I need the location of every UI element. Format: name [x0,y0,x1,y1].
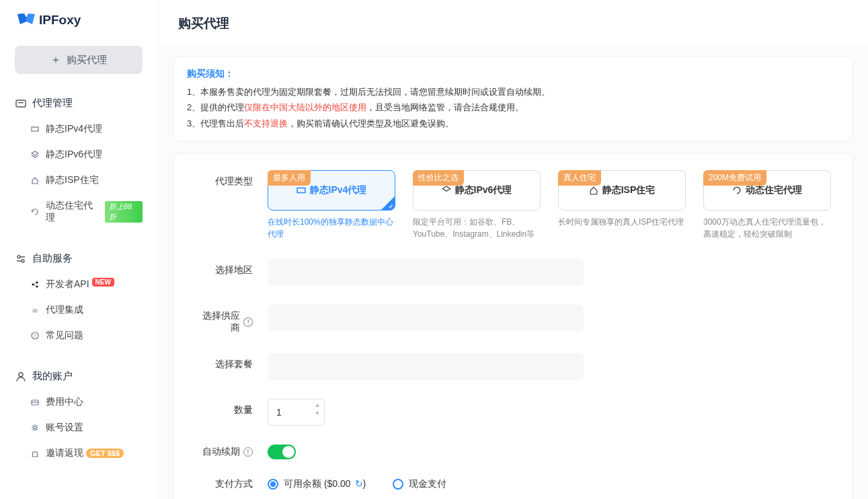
nav-section-proxy: 代理管理 静态IPv4代理 静态IPv6代理 静态ISP住宅 动态住宅代理 折上… [0,93,157,231]
home-icon [31,176,40,184]
proxy-icon [15,98,27,109]
svg-point-12 [34,426,36,429]
layers-icon [442,186,451,195]
label-quantity: 数量 [194,399,268,416]
type-desc: 3000万动态真人住宅代理流量包，高速稳定，轻松突破限制 [703,216,831,240]
row-pay-method: 支付方式 可用余额 ($0.00 ↻) 现金支付 [194,478,832,490]
nav-item-faq[interactable]: ? 常见问题 [0,323,157,348]
nav-title-self[interactable]: 自助服务 [0,248,157,272]
nav-item-dynamic[interactable]: 动态住宅代理 折上88折 [0,193,157,231]
question-icon: ? [31,332,40,340]
buy-button-label: 购买代理 [67,54,107,67]
layers-icon [31,151,40,159]
notice-title: 购买须知： [187,68,839,80]
svg-text:?: ? [34,334,36,338]
logo[interactable]: IPFoxy [0,0,157,38]
qty-up-icon[interactable]: ▲ [315,402,320,409]
home-icon [589,186,598,195]
pay-option-cash[interactable]: 现金支付 [393,478,446,490]
nav-item-settings[interactable]: 账号设置 [0,415,157,440]
type-card-dynamic[interactable]: 200M免费试用 动态住宅代理 3000万动态真人住宅代理流量包，高速稳定，轻松… [703,170,831,240]
svg-rect-0 [16,100,26,107]
row-package: 选择套餐 [194,353,832,380]
user-icon [15,371,27,382]
notice-card: 购买须知： 1、本服务售卖的代理为固定期限套餐，过期后无法找回，请您留意续期时间… [173,56,853,141]
label-package: 选择套餐 [194,353,268,371]
notice-line-1: 1、本服务售卖的代理为固定期限套餐，过期后无法找回，请您留意续期时间或设置自动续… [187,84,839,100]
quantity-value: 1 [276,407,282,418]
rotate-icon [732,186,742,195]
page-title: 购买代理 [158,0,868,44]
auto-renew-toggle[interactable] [268,445,296,459]
svg-rect-2 [32,127,38,131]
row-region: 选择地区 [194,259,832,286]
info-icon[interactable]: ! [243,317,253,327]
region-select[interactable] [268,259,584,286]
gear-icon [31,424,40,432]
type-tag: 200M免费试用 [703,170,766,186]
buy-proxy-button[interactable]: ＋ 购买代理 [15,46,143,74]
label-region: 选择地区 [194,259,268,276]
nav-item-api[interactable]: 开发者API NEW [0,272,157,297]
row-provider: 选择供应商 ! [194,305,832,334]
svg-point-10 [19,373,23,377]
plus-icon: ＋ [50,53,61,67]
type-desc: 长时间专属独享的真人ISP住宅代理 [558,216,686,228]
type-card-ipv4[interactable]: 最多人用 静态IPv4代理 ✓ 在线时长100%的独享静态数据中心代理 [268,170,395,240]
row-proxy-type: 代理类型 最多人用 静态IPv4代理 ✓ 在线时长100%的独享静态数据中心代理 [194,170,832,240]
package-select[interactable] [268,353,584,380]
label-proxy-type: 代理类型 [194,170,268,188]
nav-section-self: 自助服务 开发者API NEW 代理集成 ? 常见问题 [0,248,157,348]
nav-item-ipv6[interactable]: 静态IPv6代理 [0,142,157,167]
svg-point-3 [17,256,20,258]
label-provider: 选择供应商 ! [194,305,268,334]
type-desc: 限定平台可用：如谷歌、FB、YouTube、Instagram、Linkedin… [413,216,541,240]
svg-point-4 [22,260,24,262]
sidebar: IPFoxy ＋ 购买代理 代理管理 静态IPv4代理 静态IPv6代理 静态I… [0,0,158,499]
type-tag: 最多人用 [268,170,311,186]
nav-item-integration[interactable]: 代理集成 [0,297,157,323]
row-auto-renew: 自动续期 ! [194,445,832,459]
get-badge: GET $$$ [86,449,124,458]
check-icon: ✓ [389,203,394,210]
type-card-isp[interactable]: 真人住宅 静态ISP住宅 长时间专属独享的真人ISP住宅代理 [558,170,686,240]
refresh-icon[interactable]: ↻ [355,478,363,489]
logo-text: IPFoxy [39,13,81,28]
type-desc: 在线时长100%的独享静态数据中心代理 [268,216,395,240]
bag-icon [31,449,40,457]
card-icon [31,398,40,406]
fingerprint-icon [31,306,40,314]
radio-checked-icon [268,479,278,490]
nav-section-account: 我的账户 费用中心 账号设置 邀请返现 GET $$$ [0,366,157,466]
form-card: 代理类型 最多人用 静态IPv4代理 ✓ 在线时长100%的独享静态数据中心代理 [173,153,853,499]
qty-down-icon[interactable]: ▼ [315,410,320,417]
nav-title-proxy[interactable]: 代理管理 [0,93,157,116]
svg-rect-1 [18,102,24,103]
provider-select[interactable] [268,305,584,332]
quantity-stepper[interactable]: 1 ▲ ▼ [268,399,325,426]
radio-unchecked-icon [393,479,403,490]
label-auto-renew: 自动续期 ! [194,446,268,458]
nav-item-billing[interactable]: 费用中心 [0,389,157,415]
nav-item-isp[interactable]: 静态ISP住宅 [0,167,157,193]
notice-line-2: 2、提供的代理仅限在中国大陆以外的地区使用，且受当地网络监管，请合法合规使用。 [187,100,839,115]
label-pay-method: 支付方式 [194,478,268,490]
chip-icon [31,125,40,133]
info-icon[interactable]: ! [243,447,253,457]
svg-rect-13 [297,188,305,193]
api-icon [31,280,40,289]
nav-item-ipv4[interactable]: 静态IPv4代理 [0,116,157,142]
type-tag: 性价比之选 [413,170,464,186]
discount-badge: 折上88折 [105,201,143,223]
new-badge: NEW [92,278,114,286]
nav-item-referral[interactable]: 邀请返现 GET $$$ [0,440,157,466]
logo-icon [16,12,36,28]
rotate-icon [31,208,40,216]
main-content: 购买代理 购买须知： 1、本服务售卖的代理为固定期限套餐，过期后无法找回，请您留… [158,0,868,499]
type-card-ipv6[interactable]: 性价比之选 静态IPv6代理 限定平台可用：如谷歌、FB、YouTube、Ins… [413,170,541,240]
row-quantity: 数量 1 ▲ ▼ [194,399,832,426]
nav-title-account[interactable]: 我的账户 [0,366,157,389]
chip-icon [297,186,306,195]
notice-line-3: 3、代理售出后不支持退换，购买前请确认代理类型及地区避免误购。 [187,116,839,131]
pay-option-balance[interactable]: 可用余额 ($0.00 ↻) [268,478,366,490]
